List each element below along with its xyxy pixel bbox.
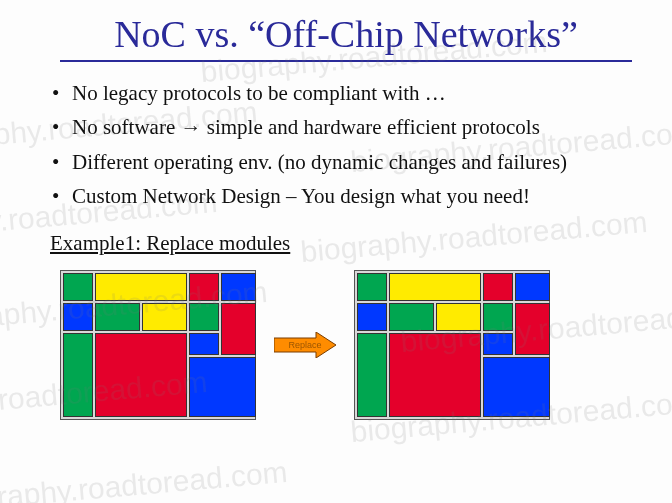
module: [515, 273, 550, 301]
module: [221, 273, 256, 301]
slide: biography.roadtoread.com biography.roadt…: [0, 0, 672, 503]
diagram-row: Replace: [60, 270, 642, 420]
title-underline: [60, 60, 632, 62]
module: [189, 357, 256, 417]
bullet-item: Different operating env. (no dynamic cha…: [50, 149, 642, 175]
example-label: Example1: Replace modules: [50, 231, 642, 256]
chip-after: [354, 270, 550, 420]
module: [63, 303, 93, 331]
module: [483, 357, 550, 417]
module: [515, 303, 550, 355]
module: [357, 273, 387, 301]
replace-arrow: Replace: [274, 332, 336, 358]
module: [483, 303, 513, 331]
module: [389, 333, 481, 417]
slide-title: NoC vs. “Off-Chip Networks”: [50, 12, 642, 56]
chip-before: [60, 270, 256, 420]
module: [95, 273, 187, 301]
module: [189, 333, 219, 355]
module: [357, 303, 387, 331]
module: [357, 333, 387, 417]
bullet-item: Custom Network Design – You design what …: [50, 183, 642, 209]
module: [389, 273, 481, 301]
module: [483, 333, 513, 355]
module: [142, 303, 187, 331]
module: [95, 303, 140, 331]
module: [189, 303, 219, 331]
module: [95, 333, 187, 417]
module: [483, 273, 513, 301]
replace-arrow-label: Replace: [288, 340, 321, 350]
module: [221, 303, 256, 355]
module: [63, 333, 93, 417]
bullet-list: No legacy protocols to be compliant with…: [50, 80, 642, 209]
module: [436, 303, 481, 331]
bullet-item: No software → simple and hardware effici…: [50, 114, 642, 140]
watermark: biography.roadtoread.com: [0, 455, 289, 503]
module: [189, 273, 219, 301]
bullet-item: No legacy protocols to be compliant with…: [50, 80, 642, 106]
module: [63, 273, 93, 301]
module: [389, 303, 434, 331]
